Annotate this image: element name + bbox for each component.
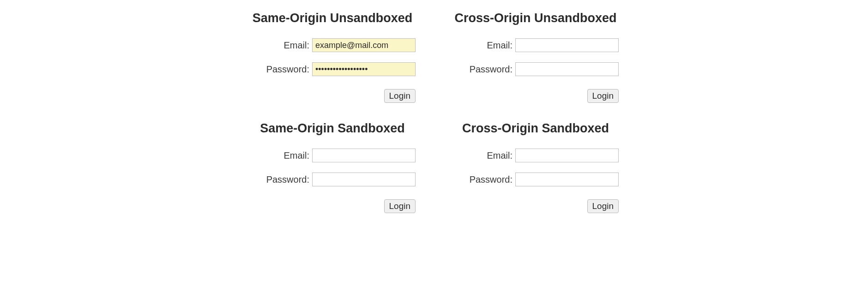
email-row: Email:	[487, 149, 619, 162]
panel-same-origin-unsandboxed: Same-Origin Unsandboxed Email: Password:…	[235, 11, 429, 103]
email-input[interactable]	[312, 149, 416, 162]
password-label: Password:	[470, 64, 512, 75]
password-input[interactable]	[312, 173, 416, 186]
submit-row: Login	[587, 199, 619, 213]
email-label: Email:	[487, 150, 512, 161]
password-row: Password:	[470, 173, 619, 186]
email-row: Email:	[487, 38, 619, 52]
panel-title: Cross-Origin Unsandboxed	[454, 11, 616, 25]
email-label: Email:	[283, 40, 309, 51]
panel-same-origin-sandboxed: Same-Origin Sandboxed Email: Password: L…	[235, 121, 429, 213]
email-label: Email:	[487, 40, 512, 51]
submit-row: Login	[587, 89, 619, 103]
page: Same-Origin Unsandboxed Email: Password:…	[0, 0, 868, 213]
email-input[interactable]	[515, 149, 619, 162]
password-label: Password:	[266, 64, 309, 75]
password-row: Password:	[266, 62, 416, 76]
login-form: Email: Password: Login	[452, 38, 619, 103]
email-row: Email:	[283, 149, 416, 162]
login-form: Email: Password: Login	[249, 149, 416, 213]
email-input[interactable]	[312, 38, 416, 52]
login-button[interactable]: Login	[587, 199, 619, 213]
login-button[interactable]: Login	[384, 89, 416, 103]
panel-title: Same-Origin Sandboxed	[260, 121, 405, 136]
password-row: Password:	[470, 62, 619, 76]
login-form: Email: Password: Login	[452, 149, 619, 213]
password-label: Password:	[470, 174, 512, 185]
password-label: Password:	[266, 174, 309, 185]
panel-title: Cross-Origin Sandboxed	[462, 121, 609, 136]
login-form: Email: Password: Login	[249, 38, 416, 103]
password-input[interactable]	[515, 173, 619, 186]
login-button[interactable]: Login	[384, 199, 416, 213]
email-row: Email:	[283, 38, 416, 52]
password-input[interactable]	[312, 62, 416, 76]
submit-row: Login	[384, 199, 416, 213]
email-label: Email:	[283, 150, 309, 161]
panel-title: Same-Origin Unsandboxed	[253, 11, 413, 25]
panel-cross-origin-sandboxed: Cross-Origin Sandboxed Email: Password: …	[439, 121, 633, 213]
password-input[interactable]	[515, 62, 619, 76]
panel-cross-origin-unsandboxed: Cross-Origin Unsandboxed Email: Password…	[439, 11, 633, 103]
login-button[interactable]: Login	[587, 89, 619, 103]
email-input[interactable]	[515, 38, 619, 52]
panels-grid: Same-Origin Unsandboxed Email: Password:…	[0, 11, 868, 213]
password-row: Password:	[266, 173, 416, 186]
submit-row: Login	[384, 89, 416, 103]
